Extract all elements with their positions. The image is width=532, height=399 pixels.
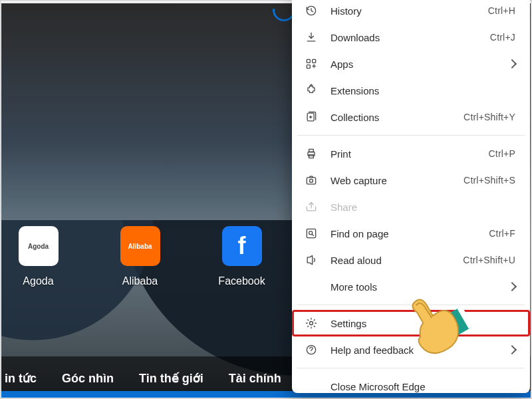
collections-icon <box>304 110 319 124</box>
svg-rect-7 <box>309 149 314 152</box>
feed-tab[interactable]: Góc nhìn <box>62 372 114 386</box>
chevron-right-icon <box>507 345 517 354</box>
svg-point-15 <box>311 352 312 352</box>
menu-divider <box>297 368 525 368</box>
menu-item-label: Print <box>331 148 489 160</box>
menu-item-settings[interactable]: Settings <box>292 310 530 336</box>
help-icon <box>304 342 319 357</box>
capture-icon <box>304 173 319 188</box>
menu-item-print[interactable]: PrintCtrl+P <box>292 140 530 167</box>
feed-tab[interactable]: Tài chính <box>229 372 281 386</box>
menu-item-label: Web capture <box>331 175 464 186</box>
chevron-right-icon <box>507 59 517 68</box>
menu-item-apps[interactable]: Apps <box>292 51 530 77</box>
menu-divider <box>297 135 525 136</box>
svg-rect-1 <box>307 59 310 63</box>
menu-item-label: Collections <box>331 112 464 123</box>
readaloud-icon <box>304 253 319 267</box>
svg-rect-3 <box>307 65 310 68</box>
menu-item-label: Apps <box>331 59 502 70</box>
menu-item-collections[interactable]: CollectionsCtrl+Shift+Y <box>292 104 530 130</box>
menu-item-close[interactable]: Close Microsoft Edge <box>292 373 530 393</box>
menu-item-shortcut: Ctrl+P <box>489 148 516 159</box>
quick-link-agoda[interactable]: Agoda <box>13 226 63 287</box>
browser-overflow-menu: HistoryCtrl+HDownloadsCtrl+JAppsExtensio… <box>292 0 530 393</box>
menu-item-shortcut: Ctrl+H <box>488 5 515 16</box>
quick-link-label: Alibaba <box>115 275 165 287</box>
menu-divider <box>297 305 525 305</box>
svg-rect-11 <box>307 229 315 237</box>
history-icon <box>304 3 319 18</box>
blank-icon <box>304 279 319 294</box>
print-icon <box>304 146 319 161</box>
menu-item-label: History <box>331 5 488 17</box>
feed-tab[interactable]: Tin thế giới <box>139 371 203 386</box>
menu-item-label: Help and feedback <box>331 344 502 356</box>
feed-tab[interactable]: in tức <box>5 371 37 386</box>
menu-item-shortcut: Ctrl+Shift+Y <box>464 112 515 122</box>
svg-point-13 <box>310 322 313 325</box>
settings-icon <box>304 316 319 331</box>
agoda-icon <box>19 226 59 266</box>
menu-item-readaloud[interactable]: Read aloudCtrl+Shift+U <box>292 247 530 273</box>
quick-link-alibaba[interactable]: Alibaba <box>115 226 165 287</box>
menu-item-share: Share <box>292 194 530 220</box>
apps-icon <box>304 57 319 71</box>
quick-link-label: Agoda <box>13 275 63 287</box>
menu-body: HistoryCtrl+HDownloadsCtrl+JAppsExtensio… <box>292 0 530 393</box>
menu-item-shortcut: Ctrl+Shift+S <box>464 175 515 186</box>
quick-links-row: AgodaAlibabaFacebook <box>13 226 267 287</box>
app-frame: AgodaAlibabaFacebook in tứcGóc nhìnTin t… <box>0 0 532 399</box>
menu-item-label: Extensions <box>331 85 515 96</box>
alibaba-icon <box>120 226 160 266</box>
menu-item-label: Downloads <box>331 32 490 43</box>
quick-link-facebook[interactable]: Facebook <box>217 226 267 287</box>
quick-link-label: Facebook <box>217 275 267 287</box>
svg-rect-8 <box>309 155 314 158</box>
menu-item-shortcut: Ctrl+F <box>489 228 515 239</box>
chevron-right-icon <box>507 282 517 291</box>
find-icon <box>304 226 319 241</box>
menu-item-label: Find on page <box>331 228 489 239</box>
menu-item-label: Close Microsoft Edge <box>331 381 515 392</box>
menu-item-help[interactable]: Help and feedback <box>292 336 530 363</box>
extensions-icon <box>304 83 319 98</box>
menu-item-find[interactable]: Find on pageCtrl+F <box>292 220 530 247</box>
menu-item-history[interactable]: HistoryCtrl+H <box>292 0 530 24</box>
svg-point-10 <box>310 179 313 182</box>
download-icon <box>304 30 319 45</box>
svg-rect-2 <box>313 59 316 63</box>
menu-item-moretools[interactable]: More tools <box>292 273 530 300</box>
share-icon <box>304 200 319 214</box>
menu-item-label: Read aloud <box>331 255 463 266</box>
menu-item-extensions[interactable]: Extensions <box>292 77 530 104</box>
blank-icon <box>304 379 319 393</box>
menu-item-label: More tools <box>331 281 502 293</box>
menu-item-label: Share <box>331 201 515 213</box>
svg-point-4 <box>311 84 313 86</box>
svg-rect-9 <box>307 178 315 184</box>
menu-item-shortcut: Ctrl+J <box>490 32 515 43</box>
menu-item-webcapture[interactable]: Web captureCtrl+Shift+S <box>292 167 530 194</box>
menu-item-label: Settings <box>331 318 515 329</box>
menu-item-downloads[interactable]: DownloadsCtrl+J <box>292 24 530 51</box>
menu-item-shortcut: Ctrl+Shift+U <box>463 255 515 265</box>
facebook-icon <box>222 226 262 266</box>
